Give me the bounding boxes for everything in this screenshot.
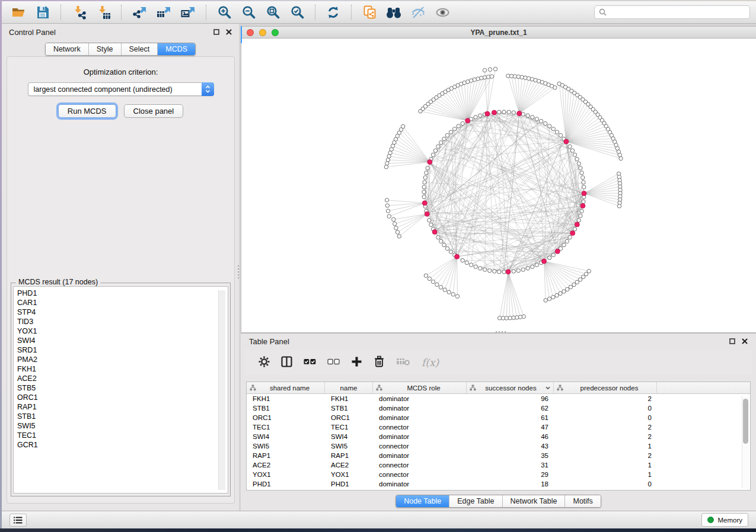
zoom-in-button[interactable]	[213, 4, 235, 21]
save-button[interactable]	[32, 4, 53, 21]
search-field[interactable]	[594, 5, 750, 19]
tab-network[interactable]: Network	[46, 43, 89, 55]
close-window-icon[interactable]	[247, 29, 254, 36]
list-item[interactable]: CAR1	[17, 298, 228, 307]
open-button[interactable]	[8, 4, 29, 21]
zoom-selected-button[interactable]	[286, 4, 308, 21]
export-table-button[interactable]	[153, 4, 174, 21]
network-titlebar[interactable]: YPA_prune.txt_1	[241, 27, 756, 39]
float-panel-icon[interactable]	[213, 29, 219, 35]
function-builder-button[interactable]: f(x)	[422, 357, 439, 368]
list-item[interactable]: SWI4	[17, 336, 228, 345]
horizontal-splitter[interactable]	[496, 331, 506, 332]
column-header[interactable]: MCDS role	[373, 382, 467, 393]
deselect-all-button[interactable]	[327, 357, 340, 368]
vertical-splitter[interactable]	[238, 265, 239, 278]
list-item[interactable]: ORC1	[17, 393, 228, 402]
list-item[interactable]: SRD1	[17, 345, 228, 355]
table-row[interactable]: ORC1ORC1dominator610	[247, 413, 750, 422]
tab-node-table[interactable]: Node Table	[396, 495, 449, 507]
tab-motifs[interactable]: Motifs	[565, 495, 600, 507]
delete-button[interactable]	[374, 355, 385, 370]
mcds-list-items: PHD1CAR1STP4TID3YOX1SWI4SRD1PMA2FKH1ACE2…	[17, 289, 228, 450]
table-cell: ACE2	[325, 462, 373, 469]
table-row[interactable]: YOX1YOX1connector291	[247, 470, 750, 479]
tab-style[interactable]: Style	[89, 43, 122, 55]
list-item[interactable]: STB1	[17, 412, 228, 421]
table-row[interactable]: FKH1FKH1dominator962	[247, 394, 750, 403]
search-input[interactable]	[609, 8, 745, 17]
network-graph[interactable]	[241, 39, 756, 332]
add-button[interactable]	[351, 356, 362, 370]
gear-icon	[259, 356, 270, 367]
zoom-fit-button[interactable]	[262, 4, 283, 21]
column-header[interactable]: shared name	[247, 382, 325, 393]
table-row[interactable]: ACE2ACE2connector311	[247, 460, 750, 470]
close-panel-icon[interactable]	[742, 338, 748, 344]
zoom-selected-icon	[291, 5, 304, 19]
import-table-button[interactable]	[92, 4, 114, 21]
memory-button[interactable]: Memory	[701, 513, 748, 527]
table-cell: dominator	[373, 480, 467, 488]
list-item[interactable]: FKH1	[17, 364, 228, 374]
tab-select[interactable]: Select	[122, 43, 158, 55]
list-item[interactable]: SWI5	[17, 421, 228, 431]
search-network-button[interactable]	[383, 4, 404, 21]
list-item[interactable]: PMA2	[17, 355, 228, 364]
close-panel-button[interactable]: Close panel	[124, 104, 184, 118]
minimize-window-icon[interactable]	[259, 29, 266, 36]
table-cell: dominator	[373, 414, 467, 421]
list-item[interactable]: STB5	[17, 383, 228, 393]
table-cell: SWI5	[325, 443, 373, 450]
float-panel-icon[interactable]	[729, 338, 735, 344]
list-item[interactable]: STP4	[17, 307, 228, 317]
column-header[interactable]: predecessor nodes	[554, 382, 657, 393]
table-cell: 43	[467, 443, 554, 450]
table-row[interactable]: STB1STB1dominator620	[247, 403, 750, 413]
hide-selected-button[interactable]	[407, 4, 429, 21]
show-all-button[interactable]	[432, 4, 453, 21]
zoom-fit-icon	[266, 5, 280, 19]
table-settings-button[interactable]	[259, 356, 270, 370]
tab-network-table[interactable]: Network Table	[503, 495, 566, 507]
optimization-criterion-select[interactable]: largest connected component (undirected)	[28, 82, 214, 96]
import-network-button[interactable]	[68, 4, 90, 21]
table-cell: dominator	[373, 433, 467, 440]
list-item[interactable]: TID3	[17, 317, 228, 326]
select-all-button[interactable]	[304, 357, 316, 368]
tab-mcds[interactable]: MCDS	[158, 43, 195, 55]
list-item[interactable]: ACE2	[17, 374, 228, 383]
zoom-out-button[interactable]	[238, 4, 259, 21]
run-mcds-button[interactable]: Run MCDS	[58, 104, 116, 118]
table-row[interactable]: PHD1PHD1dominator180	[247, 479, 750, 489]
table-cell: RAP1	[325, 452, 373, 459]
list-item[interactable]: PHD1	[17, 289, 228, 298]
zoom-window-icon[interactable]	[272, 29, 279, 36]
scrollbar-thumb[interactable]	[743, 399, 748, 444]
table-cell: ORC1	[325, 414, 373, 421]
list-item[interactable]: TEC1	[17, 431, 228, 440]
table-scrollbar[interactable]	[742, 396, 749, 488]
list-item[interactable]: YOX1	[17, 326, 228, 336]
column-header[interactable]: successor nodes	[467, 382, 554, 393]
delete-table-button[interactable]	[396, 357, 410, 368]
mcds-list-scrollbar[interactable]	[218, 290, 225, 490]
table-cell: 2	[554, 433, 657, 440]
list-item[interactable]: RAP1	[17, 402, 228, 412]
table-row[interactable]: TEC1TEC1connector472	[247, 422, 750, 432]
export-network-button[interactable]	[129, 4, 150, 21]
column-header[interactable]: name	[325, 382, 373, 393]
cp-tabs: NetworkStyleSelectMCDS	[45, 43, 196, 56]
copy-share-button[interactable]	[359, 4, 380, 21]
table-row[interactable]: SWI5SWI5connector431	[247, 441, 750, 451]
mcds-result-list[interactable]: PHD1CAR1STP4TID3YOX1SWI4SRD1PMA2FKH1ACE2…	[13, 286, 228, 493]
table-row[interactable]: RAP1RAP1dominator352	[247, 451, 750, 460]
show-columns-button[interactable]	[281, 356, 292, 370]
task-history-button[interactable]	[9, 514, 27, 527]
list-item[interactable]: GCR1	[17, 440, 228, 450]
table-row[interactable]: SWI4SWI4dominator462	[247, 432, 750, 441]
export-image-button[interactable]	[177, 4, 199, 21]
close-panel-icon[interactable]	[226, 29, 232, 35]
tab-edge-table[interactable]: Edge Table	[449, 495, 502, 507]
refresh-button[interactable]	[323, 4, 344, 21]
